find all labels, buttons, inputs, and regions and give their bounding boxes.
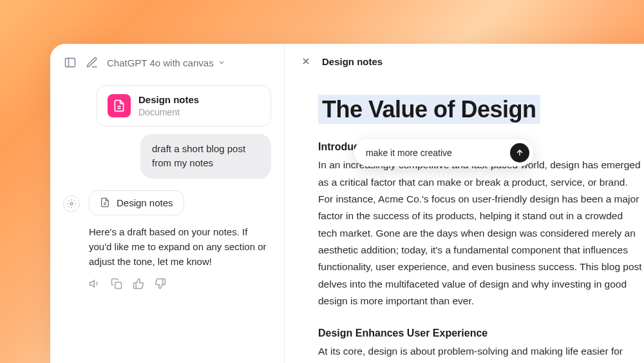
canvas-chip-label: Design notes [117, 197, 173, 208]
copy-icon[interactable] [111, 278, 122, 289]
canvas-header: Design notes [285, 44, 644, 76]
speaker-icon[interactable] [89, 278, 100, 289]
attachment-card[interactable]: Design notes Document [97, 85, 271, 126]
canvas-panel: Design notes The Value of Design Introdu… [285, 44, 644, 363]
section-heading-ux[interactable]: Design Enhances User Experience [318, 328, 644, 339]
thumbs-up-icon[interactable] [133, 278, 144, 289]
chat-header: ChatGPT 4o with canvas [50, 44, 284, 77]
model-selector[interactable]: ChatGPT 4o with canvas [107, 57, 225, 68]
assistant-text: Here's a draft based on your notes. If y… [89, 224, 271, 270]
inline-edit-input[interactable] [366, 148, 504, 158]
section-body-intro[interactable]: In an increasingly competitive and fast-… [318, 157, 644, 309]
close-icon[interactable] [300, 55, 312, 67]
chevron-down-icon [218, 59, 225, 66]
svg-marker-7 [90, 280, 95, 288]
model-name: ChatGPT 4o with canvas [107, 57, 214, 68]
inline-edit-popover [354, 139, 533, 166]
canvas-document[interactable]: The Value of Design Introduction In an i… [285, 76, 644, 363]
message-actions [89, 278, 271, 289]
assistant-message: Design notes Here's a draft based on you… [63, 190, 271, 290]
assistant-avatar-icon [63, 195, 80, 212]
document-icon [108, 94, 131, 117]
svg-rect-8 [115, 282, 122, 289]
attachment-title: Design notes [138, 93, 199, 106]
user-message: draft a short blog post from my notes [140, 134, 271, 179]
chat-panel: ChatGPT 4o with canvas Design notes Docu… [50, 44, 285, 363]
attachment-type: Document [138, 106, 199, 118]
canvas-reference-chip[interactable]: Design notes [89, 190, 184, 215]
document-title[interactable]: The Value of Design [318, 95, 540, 124]
send-button[interactable] [510, 143, 529, 162]
new-chat-icon[interactable] [85, 55, 99, 70]
sidebar-toggle-icon[interactable] [63, 55, 77, 70]
arrow-up-icon [515, 148, 524, 157]
app-window: ChatGPT 4o with canvas Design notes Docu… [50, 44, 644, 363]
svg-point-4 [70, 202, 73, 205]
section-body-ux[interactable]: At its core, design is about problem-sol… [318, 343, 644, 363]
document-icon [100, 197, 110, 208]
svg-rect-0 [66, 58, 75, 66]
canvas-title: Design notes [322, 56, 383, 67]
chat-content: Design notes Document draft a short blog… [50, 77, 284, 363]
thumbs-down-icon[interactable] [155, 278, 166, 289]
